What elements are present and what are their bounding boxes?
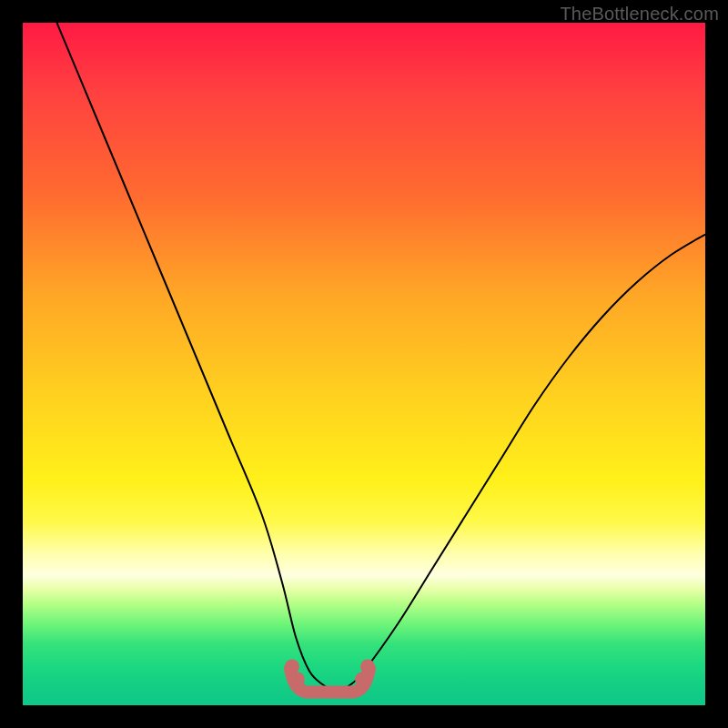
- flat-segment-endpoint: [285, 660, 299, 674]
- plot-area: [23, 23, 705, 705]
- flat-segment-endpoint: [355, 672, 369, 687]
- curve-layer: [23, 23, 705, 705]
- chart-frame: TheBottleneck.com: [0, 0, 728, 728]
- flat-segment-endpoint: [360, 660, 375, 674]
- flat-segment-endpoint: [290, 672, 305, 687]
- bottleneck-curve: [57, 23, 706, 692]
- watermark-text: TheBottleneck.com: [560, 4, 719, 25]
